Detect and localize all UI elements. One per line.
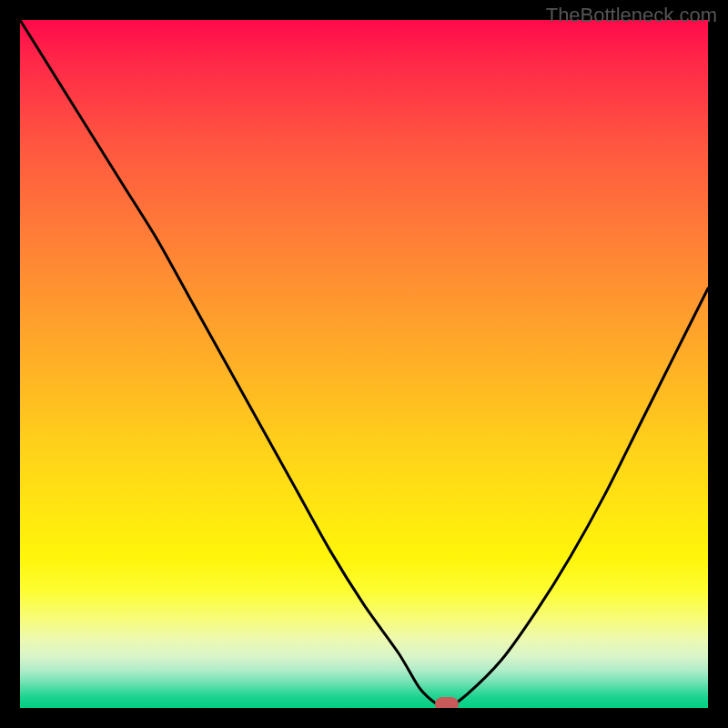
watermark-text: TheBottleneck.com: [546, 4, 717, 27]
chart-plot-area: [20, 20, 708, 708]
chart-curve-svg: [20, 20, 708, 708]
optimal-marker: [435, 697, 459, 708]
bottleneck-curve-path: [20, 20, 708, 708]
